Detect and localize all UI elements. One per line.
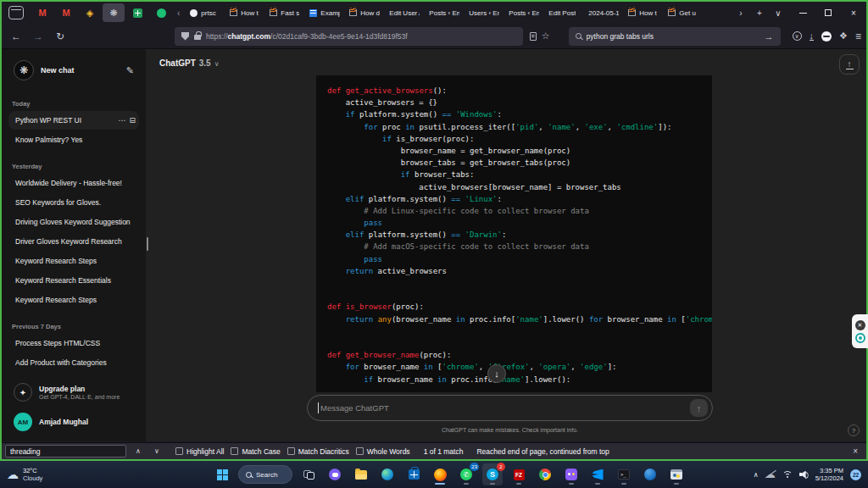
find-previous-button[interactable]: ∧ [131,447,145,455]
pinned-tab-binance[interactable]: ◈ [79,3,101,22]
checkbox-icon[interactable] [287,447,295,455]
firefox-view-icon[interactable] [8,6,24,19]
browser-tab[interactable]: Fast s [264,3,303,22]
microsoft-store-button[interactable] [403,463,424,485]
archive-icon[interactable]: ⊟ [129,111,136,130]
wifi-icon[interactable] [782,471,793,479]
taskbar-search[interactable]: Search [238,465,292,484]
message-composer[interactable]: ↑ [307,395,713,421]
browser-tab[interactable]: Edit User A [383,3,423,22]
options-kebab-icon[interactable]: ⋯ [118,111,125,130]
file-explorer-button[interactable] [351,463,371,485]
pinned-tab-gmail-2[interactable]: M [55,3,77,22]
onedrive-paused-icon[interactable]: ☁ [765,469,776,480]
pinned-tab-sheets[interactable] [126,3,148,22]
pinned-tab-green-app[interactable] [150,3,172,22]
pinned-tab-gmail-1[interactable]: M [31,3,53,22]
whatsapp-button[interactable]: ✆23 [456,463,476,485]
checkbox-icon[interactable] [231,447,238,455]
find-option-whole-words[interactable]: Whole Words [356,447,410,456]
browser-tab[interactable]: prtsc [184,3,224,22]
reload-button[interactable]: ↻ [51,27,70,46]
model-selector[interactable]: ChatGPT 3.5 ∨ [154,55,225,71]
browser-tab[interactable]: Posts ‹ Em [503,3,542,22]
purple-app-button[interactable] [561,463,581,485]
minimize-button[interactable] [790,3,815,23]
clock[interactable]: 3:35 PM 5/12/2024 [815,467,843,482]
find-next-button[interactable]: ∨ [150,447,164,455]
start-button[interactable] [212,463,232,485]
chat-history-item[interactable]: SEO Keywords for Gloves. [8,193,139,212]
adblock-extension-icon[interactable] [821,31,832,42]
pinned-tab-chatgpt-active[interactable]: ❋ [103,3,125,22]
scroll-to-bottom-button[interactable]: ↓ [487,364,506,383]
find-option-highlight-all[interactable]: Highlight All [175,447,224,456]
extension-icon[interactable]: ❖ [839,30,848,42]
widget-close-icon[interactable]: ✕ [855,320,865,330]
close-find-bar-button[interactable]: × [848,446,863,456]
list-all-tabs-button[interactable]: ∨ [770,4,787,21]
vscode-button[interactable] [587,463,608,485]
firefox-button[interactable] [430,463,450,485]
lock-icon[interactable] [194,35,201,40]
chat-history-item[interactable]: Driver Gloves Keyword Research [8,232,139,251]
upgrade-plan-button[interactable]: ✦ Upgrade plan Get GPT-4, DALL·E, and mo… [8,379,139,406]
search-bar[interactable]: → [569,27,781,46]
scroll-tabs-left-button[interactable]: ‹ [173,8,184,18]
checkbox-icon[interactable] [175,447,183,455]
forward-button[interactable]: → [29,27,47,46]
reader-view-icon[interactable] [530,32,537,41]
browser-tab[interactable]: How t [622,3,662,22]
browser-tab[interactable]: Examp [303,3,343,22]
url-bar[interactable]: https://chatgpt.com/c/02d1caf9-3bdb-4ee5… [175,27,523,46]
search-go-icon[interactable]: → [765,31,774,42]
chat-history-item[interactable]: Keyword Research Essentials [8,271,139,290]
blue-app-button[interactable] [640,463,660,485]
find-input[interactable] [5,445,126,458]
chat-history-item[interactable]: Know Palmistry? Yes [8,130,139,149]
chat-history-item[interactable]: Keyword Research Steps [8,291,139,309]
chat-history-item[interactable]: Process Steps HTML/CSS [8,334,139,352]
filezilla-button[interactable]: FZ [509,463,529,485]
back-button[interactable]: ← [7,27,25,46]
weather-widget[interactable]: ☁ 32°C Cloudy [0,467,212,482]
volume-icon[interactable] [799,471,809,479]
browser-tab[interactable]: Users ‹ Em [463,3,503,22]
checkbox-icon[interactable] [356,447,364,455]
chat-history-item[interactable]: Python WP REST UI⋯⊟ [8,111,139,130]
browser-tab[interactable]: Get u [662,3,702,22]
browser-tab[interactable]: How d [343,3,383,22]
user-menu[interactable]: AM Amjad Mughal [8,408,139,436]
scroll-tabs-right-button[interactable]: › [732,4,749,21]
share-chat-button[interactable]: ↑ [839,54,860,75]
search-input[interactable] [587,32,760,41]
browser-tab[interactable]: 2024-05-1 [582,3,622,22]
chat-history-item[interactable]: Worldwide Delivery - Hassle-free! [8,174,139,192]
browser-tab[interactable]: Posts ‹ Em [423,3,463,22]
chat-history-item[interactable]: Keyword Research Steps [8,252,139,270]
chrome-button[interactable] [535,463,555,485]
maximize-button[interactable] [815,3,841,23]
find-option-match-diacritics[interactable]: Match Diacritics [287,447,349,456]
send-button[interactable]: ↑ [690,399,708,417]
skype-button[interactable]: S2 [482,463,503,485]
edge-button[interactable] [377,463,398,485]
compose-icon[interactable]: ✎ [126,65,134,76]
widget-logo-icon[interactable] [855,333,865,343]
sidebar-scrollbar-thumb[interactable] [147,237,148,251]
browser-tab[interactable]: How t [224,3,264,22]
find-option-match-case[interactable]: Match Case [231,447,280,456]
message-input[interactable] [320,403,690,413]
menu-hamburger-icon[interactable]: ≡ [855,30,861,42]
tracking-protection-shield-icon[interactable] [181,32,189,41]
bookmark-star-icon[interactable]: ☆ [542,30,550,42]
task-view-button[interactable] [298,463,319,485]
hidden-icons-chevron[interactable]: ∧ [754,471,759,479]
python-app-button[interactable] [666,463,687,485]
chat-app-button[interactable] [325,463,345,485]
new-tab-button[interactable]: + [751,4,768,21]
browser-tab[interactable]: Edit Post [542,3,582,22]
downloads-icon[interactable]: ↓ [810,31,815,41]
chat-history-item[interactable]: Driving Gloves Keyword Suggestion [8,213,139,231]
help-button[interactable]: ? [848,424,860,436]
